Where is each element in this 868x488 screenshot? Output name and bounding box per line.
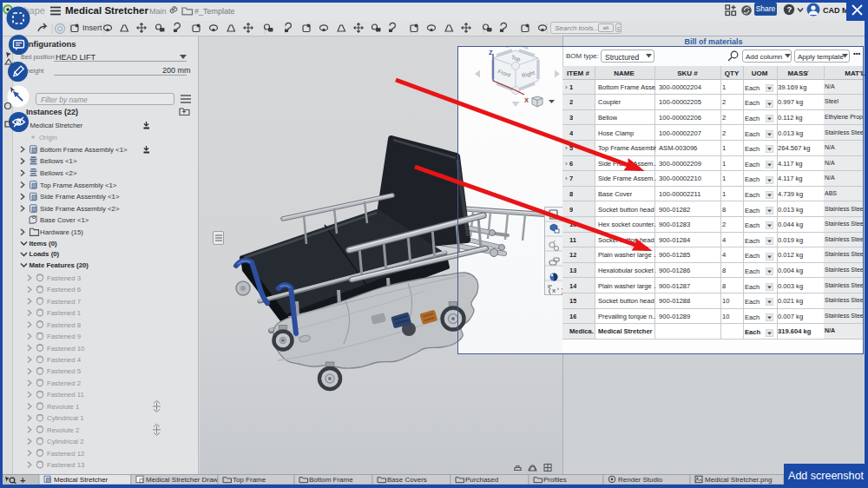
svg-text:Mate Features (20): Mate Features (20) [30, 261, 89, 269]
svg-text:Bottom Frame: Bottom Frame [309, 476, 353, 484]
svg-text:Hardware (15): Hardware (15) [40, 228, 83, 236]
svg-text:Bottom Frame Assembly <1>: Bottom Frame Assembly <1> [40, 146, 128, 154]
svg-text:Fastened 12: Fastened 12 [47, 450, 84, 458]
svg-text:Top Frame: Top Frame [233, 476, 266, 484]
svg-text:Cylindrical 1: Cylindrical 1 [47, 414, 83, 422]
svg-text:Fastened 11: Fastened 11 [47, 391, 84, 399]
svg-text:Medical Stretcher.png: Medical Stretcher.png [705, 476, 772, 484]
svg-text:Fastened 1: Fastened 1 [47, 309, 81, 317]
svg-text:Base Cover <1>: Base Cover <1> [40, 216, 89, 224]
svg-text:Medical Stretcher Draw...: Medical Stretcher Draw... [146, 476, 223, 484]
svg-text:?: ? [787, 4, 792, 14]
svg-text:Profiles: Profiles [543, 476, 567, 484]
svg-text:Fastened 3: Fastened 3 [47, 274, 81, 282]
svg-text:#_Templates: #_Templates [194, 7, 234, 16]
svg-text:Fastened 9: Fastened 9 [47, 333, 81, 340]
svg-text:Fastened 2: Fastened 2 [47, 379, 81, 387]
svg-text:Render Studio: Render Studio [618, 476, 663, 484]
svg-text:Top Frame Assembly <1>: Top Frame Assembly <1> [40, 181, 117, 189]
svg-text:Revolute 1: Revolute 1 [47, 403, 79, 411]
svg-text:Loads (0): Loads (0) [30, 250, 60, 258]
svg-text:Fastened 4: Fastened 4 [47, 356, 82, 364]
svg-text:Bellows <1>: Bellows <1> [40, 157, 77, 165]
svg-text:Fastened 6: Fastened 6 [47, 286, 81, 293]
svg-text:Revolute 2: Revolute 2 [47, 426, 79, 434]
svg-text:Purchased: Purchased [465, 476, 498, 484]
svg-text:Medical Stretcher: Medical Stretcher [54, 476, 108, 484]
svg-text:Side Frame Assembly <1>: Side Frame Assembly <1> [40, 193, 120, 201]
svg-text:Fastened 10: Fastened 10 [47, 345, 85, 353]
svg-text:Base Covers: Base Covers [387, 476, 427, 484]
svg-text:Fastened 13: Fastened 13 [47, 461, 84, 469]
svg-text:Fastened 5: Fastened 5 [47, 367, 82, 375]
svg-text:Items (0): Items (0) [30, 240, 57, 247]
svg-text:Origin: Origin [39, 134, 57, 142]
svg-text:Fastened 7: Fastened 7 [47, 298, 81, 306]
svg-text:Side Frame Assembly <2>: Side Frame Assembly <2> [40, 205, 120, 213]
svg-text:Cylindrical 2: Cylindrical 2 [47, 438, 83, 445]
svg-text:Bellows <2>: Bellows <2> [40, 169, 77, 177]
svg-text:Fastened 8: Fastened 8 [47, 321, 81, 329]
svg-text:Medical Stretcher: Medical Stretcher [30, 122, 83, 129]
